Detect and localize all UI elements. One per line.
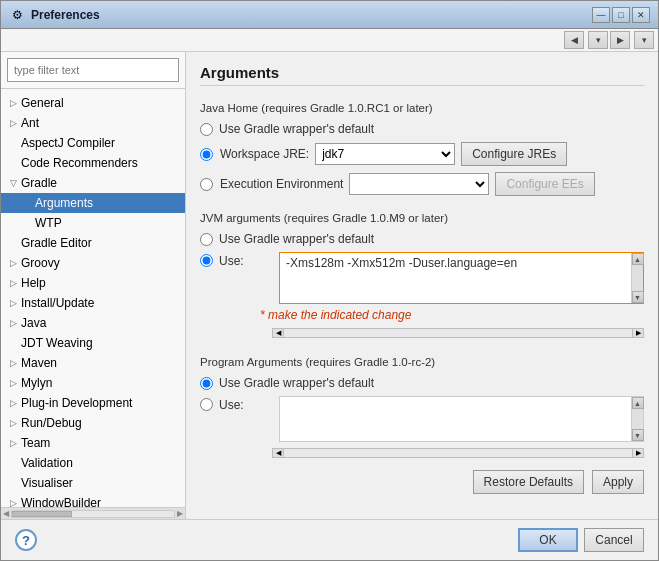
close-button[interactable]: ✕ <box>632 7 650 23</box>
execution-env-radio[interactable] <box>200 178 213 191</box>
maximize-button[interactable]: □ <box>612 7 630 23</box>
sidebar-item-gradle[interactable]: ▽ Gradle <box>1 173 185 193</box>
configure-jres-btn-wrap: Configure JREs <box>461 142 567 166</box>
expand-arrow <box>5 155 21 171</box>
workspace-jre-label: Workspace JRE: <box>220 147 309 161</box>
jvm-use-label: Use: <box>219 252 279 268</box>
scroll-up-arrow[interactable]: ▲ <box>632 397 644 409</box>
scroll-left-arrow[interactable]: ◀ <box>3 509 9 518</box>
cancel-button[interactable]: Cancel <box>584 528 644 552</box>
help-button[interactable]: ? <box>15 529 37 551</box>
title-bar-buttons: — □ ✕ <box>592 7 650 23</box>
use-wrapper-default-prog-radio[interactable] <box>200 377 213 390</box>
sidebar-item-label: Visualiser <box>21 476 73 490</box>
expand-arrow: ▷ <box>5 495 21 507</box>
h-scroll-right[interactable]: ▶ <box>632 448 644 458</box>
forward-dropdown-button[interactable]: ▾ <box>634 31 654 49</box>
expand-arrow: ▷ <box>5 255 21 271</box>
sidebar-item-wtp[interactable]: WTP <box>1 213 185 233</box>
sidebar-item-team[interactable]: ▷ Team <box>1 433 185 453</box>
jvm-use-radio-cell <box>200 252 213 267</box>
sidebar-item-aspectj[interactable]: AspectJ Compiler <box>1 133 185 153</box>
sidebar-item-mylyn[interactable]: ▷ Mylyn <box>1 373 185 393</box>
action-buttons: Restore Defaults Apply <box>200 470 644 494</box>
jre-dropdown[interactable]: jdk7 jdk8 jdk11 <box>315 143 455 165</box>
sidebar-item-visualiser[interactable]: Visualiser <box>1 473 185 493</box>
prog-scrollbar-v: ▲ ▼ <box>631 397 643 441</box>
prog-args-textarea[interactable] <box>280 397 643 441</box>
sidebar-item-label: Run/Debug <box>21 416 82 430</box>
scroll-track <box>632 409 643 429</box>
jvm-scrollbar-v: ▲ ▼ <box>631 253 643 303</box>
ok-button[interactable]: OK <box>518 528 578 552</box>
minimize-button[interactable]: — <box>592 7 610 23</box>
sidebar: ▷ General ▷ Ant AspectJ Compiler Code Re… <box>1 52 186 519</box>
sidebar-item-java[interactable]: ▷ Java <box>1 313 185 333</box>
sidebar-item-jdtweaving[interactable]: JDT Weaving <box>1 333 185 353</box>
sidebar-item-plugindevelopment[interactable]: ▷ Plug-in Development <box>1 393 185 413</box>
sidebar-item-rundebug[interactable]: ▷ Run/Debug <box>1 413 185 433</box>
back-button[interactable]: ◀ <box>564 31 584 49</box>
sidebar-item-general[interactable]: ▷ General <box>1 93 185 113</box>
jvm-h-scrollbar: ◀ ▶ <box>272 328 644 338</box>
expand-arrow: ▷ <box>5 375 21 391</box>
h-scroll-track <box>284 328 632 338</box>
use-wrapper-default-jvm-radio[interactable] <box>200 233 213 246</box>
jvm-use-row: Use: -Xms128m -Xmx512m -Duser.language=e… <box>200 252 644 304</box>
workspace-jre-radio[interactable] <box>200 148 213 161</box>
bottom-buttons: OK Cancel <box>518 528 644 552</box>
sidebar-item-groovy[interactable]: ▷ Groovy <box>1 253 185 273</box>
sidebar-item-arguments[interactable]: Arguments <box>1 193 185 213</box>
expand-arrow <box>19 195 35 211</box>
sidebar-item-label: Gradle Editor <box>21 236 92 250</box>
h-scroll-left[interactable]: ◀ <box>272 448 284 458</box>
sidebar-item-label: Help <box>21 276 46 290</box>
sidebar-item-ant[interactable]: ▷ Ant <box>1 113 185 133</box>
sidebar-item-coderecommenders[interactable]: Code Recommenders <box>1 153 185 173</box>
sidebar-item-windowbuilder[interactable]: ▷ WindowBuilder <box>1 493 185 507</box>
restore-defaults-button[interactable]: Restore Defaults <box>473 470 584 494</box>
navigation-toolbar: ◀ ▾ ▶ ▾ <box>1 29 658 52</box>
h-scroll-left[interactable]: ◀ <box>272 328 284 338</box>
preferences-window: ⚙ Preferences — □ ✕ ◀ ▾ ▶ ▾ ▷ <box>0 0 659 561</box>
prog-use-radio-cell <box>200 396 213 411</box>
content-area: ▷ General ▷ Ant AspectJ Compiler Code Re… <box>1 52 658 519</box>
use-prog-radio[interactable] <box>200 398 213 411</box>
use-wrapper-default-jh-label: Use Gradle wrapper's default <box>219 122 374 136</box>
title-bar: ⚙ Preferences — □ ✕ <box>1 1 658 29</box>
ee-dropdown[interactable] <box>349 173 489 195</box>
tree: ▷ General ▷ Ant AspectJ Compiler Code Re… <box>1 89 185 507</box>
scroll-right-arrow[interactable]: ▶ <box>177 509 183 518</box>
jvm-args-textarea[interactable]: -Xms128m -Xmx512m -Duser.language=en <box>280 253 643 303</box>
sidebar-item-maven[interactable]: ▷ Maven <box>1 353 185 373</box>
sidebar-item-label: Arguments <box>35 196 93 210</box>
sidebar-item-label: Plug-in Development <box>21 396 132 410</box>
program-args-section: Program Arguments (requires Gradle 1.0-r… <box>200 350 644 458</box>
scroll-down-arrow[interactable]: ▼ <box>632 429 644 441</box>
filter-box <box>1 52 185 89</box>
back-dropdown-button[interactable]: ▾ <box>588 31 608 49</box>
expand-arrow: ▷ <box>5 115 21 131</box>
jre-radio-cell <box>200 148 220 161</box>
configure-ees-btn-wrap: Configure EEs <box>495 172 594 196</box>
use-jvm-radio[interactable] <box>200 254 213 267</box>
sidebar-item-help[interactable]: ▷ Help <box>1 273 185 293</box>
sidebar-item-installupdate[interactable]: ▷ Install/Update <box>1 293 185 313</box>
filter-input[interactable] <box>7 58 179 82</box>
jvm-args-heading: JVM arguments (requires Gradle 1.0.M9 or… <box>200 212 644 224</box>
use-wrapper-default-jh-radio[interactable] <box>200 123 213 136</box>
configure-ees-button[interactable]: Configure EEs <box>495 172 594 196</box>
use-wrapper-default-jvm-label: Use Gradle wrapper's default <box>219 232 374 246</box>
expand-arrow: ▷ <box>5 275 21 291</box>
apply-button[interactable]: Apply <box>592 470 644 494</box>
sidebar-item-validation[interactable]: Validation <box>1 453 185 473</box>
sidebar-scrollbar[interactable]: ◀ ▶ <box>1 507 185 519</box>
scroll-down-arrow[interactable]: ▼ <box>632 291 644 303</box>
sidebar-item-gradleeditor[interactable]: Gradle Editor <box>1 233 185 253</box>
forward-button[interactable]: ▶ <box>610 31 630 49</box>
expand-arrow <box>5 475 21 491</box>
configure-jres-button[interactable]: Configure JREs <box>461 142 567 166</box>
scroll-up-arrow[interactable]: ▲ <box>632 253 644 265</box>
expand-arrow <box>5 235 21 251</box>
h-scroll-right[interactable]: ▶ <box>632 328 644 338</box>
